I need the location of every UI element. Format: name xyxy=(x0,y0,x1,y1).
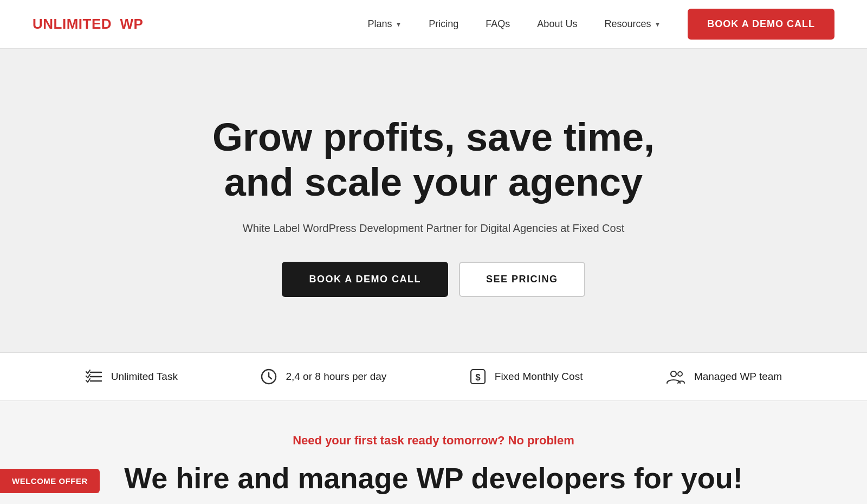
feature-hours-text: 2,4 or 8 hours per day xyxy=(286,371,386,383)
feature-unlimited-task: Unlimited Task xyxy=(85,369,178,384)
tasks-icon xyxy=(85,369,102,384)
nav-about-label: About Us xyxy=(537,18,577,30)
welcome-offer-badge[interactable]: WELCOME OFFER xyxy=(0,469,100,493)
logo-part1: UNLIMITED xyxy=(33,16,112,32)
nav-plans-label: Plans xyxy=(367,18,392,30)
lower-heading: We hire and manage WP developers for you… xyxy=(43,461,824,496)
lower-tagline: Need your first task ready tomorrow? No … xyxy=(43,434,824,448)
nav-faqs-label: FAQs xyxy=(486,18,510,30)
navbar: UNLIMITED WP Plans ▼ Pricing FAQs About … xyxy=(0,0,867,49)
logo-text: UNLIMITED WP xyxy=(33,16,143,33)
nav-resources[interactable]: Resources ▼ xyxy=(604,18,661,30)
hero-title-line2: and scale your agency xyxy=(224,160,643,204)
navbar-book-demo-button[interactable]: BOOK A DEMO CALL xyxy=(688,9,834,40)
nav-faqs[interactable]: FAQs xyxy=(486,18,510,30)
hero-title: Grow profits, save time, and scale your … xyxy=(212,115,655,205)
chevron-down-icon: ▼ xyxy=(395,21,402,28)
hero-section: Grow profits, save time, and scale your … xyxy=(0,49,867,352)
features-bar: Unlimited Task 2,4 or 8 hours per day $ … xyxy=(0,352,867,401)
hero-see-pricing-button[interactable]: SEE PRICING xyxy=(459,262,585,297)
nav-about[interactable]: About Us xyxy=(537,18,577,30)
nav-pricing-label: Pricing xyxy=(429,18,458,30)
feature-fixed-cost-text: Fixed Monthly Cost xyxy=(495,371,583,383)
hero-subtitle: White Label WordPress Development Partne… xyxy=(243,222,624,235)
feature-fixed-cost: $ Fixed Monthly Cost xyxy=(470,369,583,385)
hero-book-demo-button[interactable]: BOOK A DEMO CALL xyxy=(282,262,448,297)
hero-buttons: BOOK A DEMO CALL SEE PRICING xyxy=(282,262,585,297)
feature-unlimited-task-text: Unlimited Task xyxy=(111,371,178,383)
svg-point-9 xyxy=(678,372,682,376)
welcome-offer-label: WELCOME OFFER xyxy=(12,476,88,486)
team-icon xyxy=(666,369,685,384)
nav-resources-label: Resources xyxy=(604,18,651,30)
hero-see-pricing-label: SEE PRICING xyxy=(486,274,558,285)
logo[interactable]: UNLIMITED WP xyxy=(33,16,143,33)
feature-managed-team: Managed WP team xyxy=(666,369,782,384)
svg-text:$: $ xyxy=(475,372,481,383)
clock-icon xyxy=(261,369,277,385)
feature-managed-team-text: Managed WP team xyxy=(694,371,782,383)
nav-pricing[interactable]: Pricing xyxy=(429,18,458,30)
svg-line-5 xyxy=(269,377,271,379)
hero-book-demo-label: BOOK A DEMO CALL xyxy=(309,274,421,285)
hero-title-line1: Grow profits, save time, xyxy=(212,115,655,159)
feature-hours-per-day: 2,4 or 8 hours per day xyxy=(261,369,386,385)
dollar-icon: $ xyxy=(470,369,486,385)
nav-plans[interactable]: Plans ▼ xyxy=(367,18,402,30)
svg-point-8 xyxy=(671,371,676,377)
nav-links: Plans ▼ Pricing FAQs About Us Resources … xyxy=(367,18,661,30)
chevron-down-icon: ▼ xyxy=(654,21,661,28)
navbar-book-demo-label: BOOK A DEMO CALL xyxy=(707,18,815,29)
logo-part2: WP xyxy=(120,16,144,32)
lower-section: Need your first task ready tomorrow? No … xyxy=(0,401,867,504)
